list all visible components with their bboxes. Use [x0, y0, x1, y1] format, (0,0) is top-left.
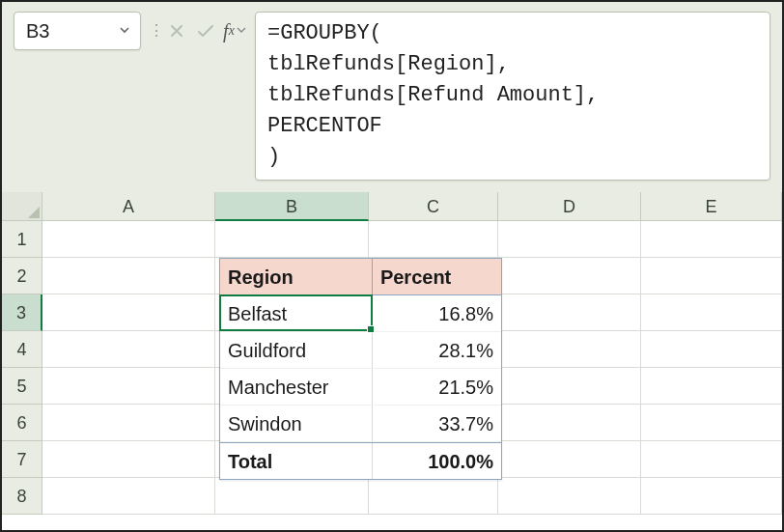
formula-bar-input[interactable]: =GROUPBY( tblRefunds[Region], tblRefunds… — [255, 12, 770, 181]
cell[interactable] — [215, 221, 369, 258]
name-box-value[interactable]: B3 — [26, 20, 115, 42]
table-total-row: Total 100.0% — [220, 442, 501, 479]
cell[interactable] — [641, 478, 782, 515]
row-header-1[interactable]: 1 — [2, 221, 42, 258]
column-header-B[interactable]: B — [215, 192, 369, 221]
table-row: Swindon 33.7% — [220, 406, 501, 442]
select-all-corner[interactable] — [2, 192, 42, 221]
formula-bar-area: B3 ⋮ fx =GROUPBY( tblRefunds[Region], tb… — [2, 2, 782, 192]
cell-percent[interactable]: 21.5% — [373, 369, 501, 405]
cell-region[interactable]: Swindon — [220, 406, 373, 441]
cell[interactable] — [498, 368, 641, 405]
cell[interactable] — [369, 478, 498, 515]
cell[interactable] — [369, 221, 498, 258]
grid-row: 1 — [2, 221, 782, 258]
cell[interactable] — [498, 331, 641, 368]
table-header-row: Region Percent — [220, 259, 501, 295]
column-header-D[interactable]: D — [498, 192, 641, 221]
column-header-E[interactable]: E — [641, 192, 782, 221]
chevron-down-icon[interactable] — [115, 24, 134, 39]
column-header-A[interactable]: A — [42, 192, 215, 221]
row-header-6[interactable]: 6 — [2, 405, 42, 441]
cell[interactable] — [498, 441, 641, 478]
table-header-region[interactable]: Region — [220, 259, 373, 294]
cell[interactable] — [641, 221, 782, 258]
row-header-3[interactable]: 3 — [2, 294, 42, 331]
cell[interactable] — [42, 478, 215, 515]
row-header-7[interactable]: 7 — [2, 441, 42, 478]
name-box[interactable]: B3 — [14, 12, 141, 50]
table-header-percent[interactable]: Percent — [373, 259, 501, 294]
table-body: Belfast 16.8% Guildford 28.1% Manchester… — [220, 295, 501, 442]
row-header-5[interactable]: 5 — [2, 368, 42, 405]
cell-region[interactable]: Manchester — [220, 369, 373, 405]
table-row: Guildford 28.1% — [220, 332, 501, 369]
row-header-2[interactable]: 2 — [2, 258, 42, 294]
cell[interactable] — [641, 331, 782, 368]
spreadsheet-grid[interactable]: A B C D E 1 2 3 — [2, 192, 782, 515]
cell[interactable] — [42, 405, 215, 441]
cell[interactable] — [641, 405, 782, 441]
cell[interactable] — [641, 294, 782, 331]
cell-percent[interactable]: 16.8% — [373, 295, 501, 331]
accept-formula-icon — [193, 17, 218, 44]
row-header-4[interactable]: 4 — [2, 331, 42, 368]
chevron-down-icon[interactable] — [237, 25, 246, 37]
cell[interactable] — [498, 221, 641, 258]
insert-function-button[interactable]: fx — [222, 17, 247, 44]
cell[interactable] — [42, 331, 215, 368]
cell[interactable] — [641, 258, 782, 294]
row-header-8[interactable]: 8 — [2, 478, 42, 515]
cell[interactable] — [42, 294, 215, 331]
table-row: Manchester 21.5% — [220, 369, 501, 406]
cell[interactable] — [215, 478, 369, 515]
cell[interactable] — [498, 405, 641, 441]
cell-percent[interactable]: 28.1% — [373, 332, 501, 368]
table-row: Belfast 16.8% — [220, 295, 501, 332]
grid-rows: 1 2 3 4 — [2, 221, 782, 515]
cancel-formula-icon — [164, 17, 189, 44]
cell[interactable] — [498, 478, 641, 515]
cell[interactable] — [498, 294, 641, 331]
cell[interactable] — [42, 441, 215, 478]
cell[interactable] — [641, 368, 782, 405]
formula-bar-controls: fx — [164, 12, 247, 50]
cell-region[interactable]: Guildford — [220, 332, 373, 368]
grid-row: 8 — [2, 478, 782, 515]
cell[interactable] — [498, 258, 641, 294]
cell[interactable] — [641, 441, 782, 478]
cell-total-percent[interactable]: 100.0% — [373, 443, 501, 479]
cell-percent[interactable]: 33.7% — [373, 406, 501, 441]
cell[interactable] — [42, 221, 215, 258]
cell-region[interactable]: Belfast — [220, 295, 373, 331]
separator: ⋮ — [149, 12, 156, 50]
cell[interactable] — [42, 258, 215, 294]
result-table: Region Percent Belfast 16.8% Guildford 2… — [219, 258, 502, 480]
cell[interactable] — [42, 368, 215, 405]
column-header-C[interactable]: C — [369, 192, 498, 221]
cell-total-label[interactable]: Total — [220, 443, 373, 479]
column-headers: A B C D E — [2, 192, 782, 221]
